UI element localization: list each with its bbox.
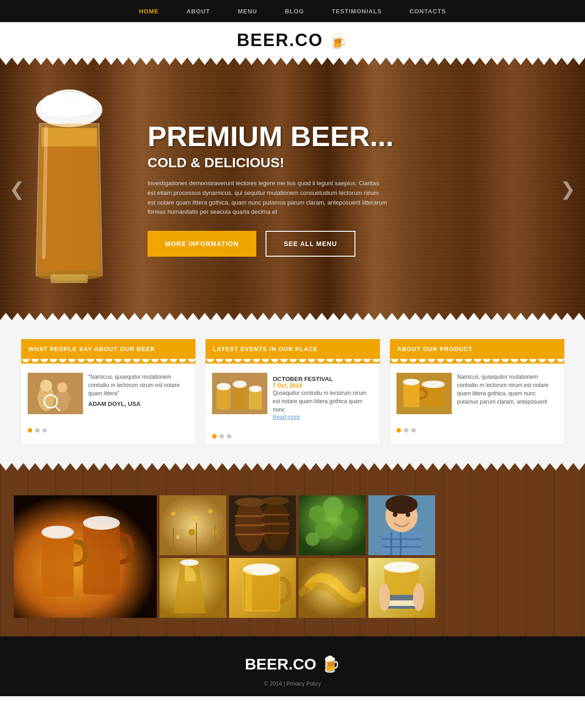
product-dot-1[interactable] <box>396 428 401 433</box>
testimonials-header: WHAT PEOPLE SAY ABOUT OUR BEER <box>21 339 195 359</box>
events-card: LATEST EVENTS IN OUR PLACE <box>205 339 380 445</box>
main-nav: HOME ABOUT MENU BLOG TESTIMONIALS CONTAC… <box>0 0 585 22</box>
gallery-section <box>0 463 585 636</box>
footer-copyright: © 2014 | Privacy Policy <box>0 681 585 687</box>
svg-point-62 <box>306 532 319 546</box>
gallery-item-8[interactable] <box>299 558 366 618</box>
gallery-item-7[interactable] <box>229 558 296 618</box>
product-description: Namicus, qusequitur mutationem contodiu … <box>457 373 558 406</box>
svg-rect-89 <box>384 606 419 609</box>
gallery-item-3[interactable] <box>229 495 296 555</box>
hero-beer-glass <box>28 82 129 296</box>
product-dot-2[interactable] <box>404 428 408 433</box>
svg-point-59 <box>341 507 358 525</box>
event-dot-1[interactable] <box>212 434 217 439</box>
event-dot-2[interactable] <box>219 434 224 439</box>
svg-point-75 <box>180 559 199 566</box>
dot-2[interactable] <box>35 428 40 433</box>
svg-point-68 <box>406 512 410 517</box>
gallery-item-6[interactable] <box>160 558 226 618</box>
nav-blog[interactable]: BLOG <box>285 8 304 15</box>
product-header: ABOUT OUR PRODUCT <box>390 339 564 359</box>
more-info-button[interactable]: MORE INFORMATION <box>148 231 256 257</box>
gallery-item-1[interactable] <box>14 495 157 618</box>
gallery-grid <box>14 495 571 618</box>
dot-3[interactable] <box>42 428 47 433</box>
hero-section: ❮ PREMIUM BEER... <box>0 58 585 320</box>
event-image <box>212 373 267 414</box>
gallery-item-9[interactable] <box>368 558 435 618</box>
svg-point-90 <box>379 583 390 611</box>
nav-contacts[interactable]: CONTACTS <box>409 8 446 15</box>
hero-next-arrow[interactable]: ❯ <box>560 178 576 200</box>
nav-about[interactable]: ABOUT <box>186 8 210 15</box>
footer-logo[interactable]: BEER.CO 🍺 <box>0 655 585 673</box>
dot-1[interactable] <box>28 428 32 433</box>
svg-point-18 <box>233 381 247 388</box>
svg-point-53 <box>235 498 265 507</box>
svg-point-10 <box>57 382 67 393</box>
hero-text-block: PREMIUM BEER... COLD & DELICIOUS! Invest… <box>148 121 557 257</box>
event-date: 7 Oct, 2014 <box>273 382 373 389</box>
three-columns-section: WHAT PEOPLE SAY ABOUT OUR BEER <box>0 320 585 463</box>
nav-menu[interactable]: MENU <box>238 8 257 15</box>
product-card: ABOUT OUR PRODUCT Namicus <box>390 339 565 445</box>
footer-beer-icon: 🍺 <box>321 655 340 673</box>
svg-point-39 <box>176 535 180 539</box>
product-dots <box>390 428 564 438</box>
events-body: OCTOBER FESTIVAL 7 Oct, 2014 Qusequitur … <box>206 359 380 428</box>
event-title: OCTOBER FESTIVAL <box>273 376 373 382</box>
beer-mug-icon: 🍺 <box>329 33 348 49</box>
svg-rect-29 <box>83 523 120 594</box>
testimonials-card: WHAT PEOPLE SAY ABOUT OUR BEER <box>21 339 196 445</box>
svg-point-54 <box>261 497 289 505</box>
svg-point-86 <box>384 562 419 573</box>
site-logo[interactable]: BEER.CO 🍺 <box>237 30 349 50</box>
svg-point-57 <box>309 505 325 522</box>
see-all-menu-button[interactable]: SEE ALL MENU <box>266 231 355 257</box>
testimonial-image <box>28 373 83 414</box>
logo-bar: BEER.CO 🍺 <box>0 22 585 58</box>
svg-point-17 <box>217 383 230 390</box>
events-header: LATEST EVENTS IN OUR PLACE <box>206 339 380 359</box>
svg-rect-80 <box>245 569 252 611</box>
svg-point-23 <box>403 379 420 385</box>
event-dot-3[interactable] <box>227 434 231 439</box>
svg-point-31 <box>83 516 120 530</box>
svg-point-67 <box>393 512 397 517</box>
svg-rect-15 <box>233 384 247 410</box>
product-body: Namicus, qusequitur mutationem contodiu … <box>390 359 564 422</box>
svg-point-66 <box>385 495 418 514</box>
nav-testimonials[interactable]: TESTIMONIALS <box>332 8 382 15</box>
gallery-item-5[interactable] <box>368 495 435 555</box>
svg-point-58 <box>323 497 343 517</box>
page-footer: BEER.CO 🍺 © 2014 | Privacy Policy <box>0 636 585 696</box>
hero-subtitle: COLD & DELICIOUS! <box>148 155 557 170</box>
svg-point-8 <box>40 380 52 392</box>
event-read-more[interactable]: Read more <box>273 414 373 420</box>
hero-prev-arrow[interactable]: ❮ <box>9 178 25 200</box>
svg-point-61 <box>337 524 353 540</box>
hero-description: Investigationes demonstraverunt lectores… <box>148 179 387 217</box>
svg-point-24 <box>422 381 445 388</box>
svg-point-91 <box>413 583 424 611</box>
gallery-item-4[interactable] <box>299 495 366 555</box>
svg-point-46 <box>261 500 289 551</box>
gallery-item-2[interactable] <box>160 495 226 555</box>
svg-point-34 <box>171 511 176 516</box>
svg-rect-6 <box>28 373 83 414</box>
hero-buttons: MORE INFORMATION SEE ALL MENU <box>148 231 557 257</box>
testimonial-quote: "Namicus, qusequitur mutationem contodiu… <box>89 373 189 398</box>
nav-home[interactable]: HOME <box>139 8 159 15</box>
svg-rect-28 <box>41 532 74 597</box>
svg-point-30 <box>41 526 74 539</box>
svg-rect-33 <box>160 495 226 555</box>
product-dot-3[interactable] <box>411 428 416 433</box>
testimonials-dots <box>21 428 195 438</box>
svg-point-36 <box>194 516 199 521</box>
svg-point-38 <box>189 529 195 535</box>
svg-point-37 <box>208 509 213 514</box>
svg-point-35 <box>183 507 187 511</box>
testimonials-body: "Namicus, qusequitur mutationem contodiu… <box>21 359 195 422</box>
gallery-top-zigzag <box>0 463 585 470</box>
